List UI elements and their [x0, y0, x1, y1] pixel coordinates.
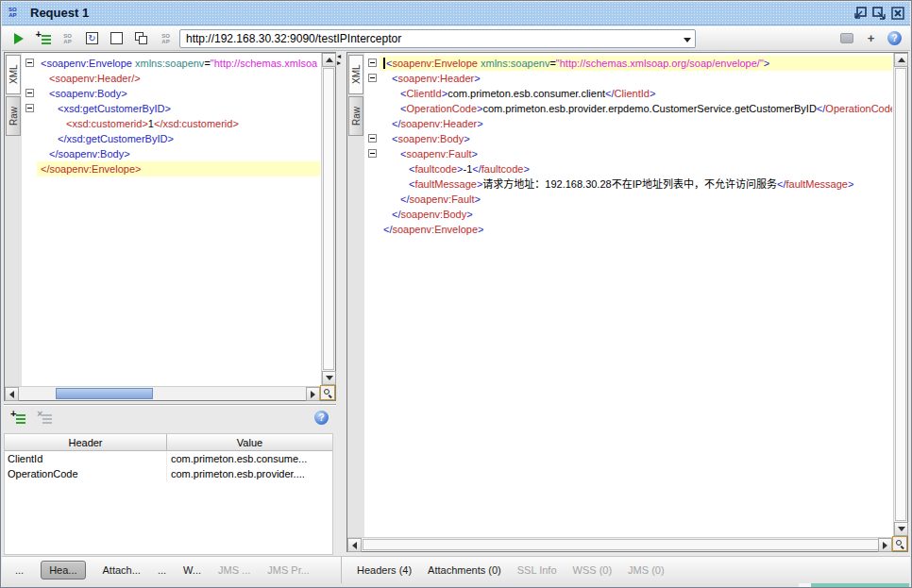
- request-toolbar: + SOAP ↻ SOAP +: [2, 26, 910, 51]
- fold-toggle-icon[interactable]: [25, 104, 34, 112]
- restore-icon[interactable]: [871, 6, 887, 21]
- response-code-area[interactable]: <soapenv:Envelope xmlns:soapenv="http://…: [380, 53, 892, 536]
- close-icon[interactable]: [890, 6, 905, 21]
- xml-line: </soapenv:Body>: [380, 207, 892, 222]
- xml-line: <OperationCode>com.primeton.esb.provider…: [380, 101, 892, 116]
- panel-splitter[interactable]: ◂▸: [336, 52, 346, 552]
- add-icon[interactable]: +: [863, 30, 879, 46]
- soap-action-icon[interactable]: SOAP: [59, 30, 76, 46]
- value-cell[interactable]: com.primeton.esb.provider....: [167, 466, 332, 481]
- endpoint-dropdown-icon[interactable]: [684, 38, 691, 42]
- request-vertical-scrollbar[interactable]: [321, 53, 335, 385]
- xml-line: <ClientId>com.primeton.esb.consumer.clie…: [380, 86, 892, 101]
- xml-line: <soapenv:Body>: [380, 131, 892, 146]
- tab-jmspr: JMS Pr...: [267, 564, 310, 576]
- fold-toggle-icon[interactable]: [368, 149, 377, 158]
- horizontal-scroll-thumb[interactable]: [363, 539, 879, 550]
- remove-header-icon: ×: [37, 412, 52, 425]
- scroll-down-icon[interactable]: [894, 522, 908, 536]
- fold-toggle-icon[interactable]: [368, 59, 377, 67]
- magnifier-icon[interactable]: [892, 536, 907, 551]
- tab-attach[interactable]: Attach...: [103, 564, 141, 576]
- xml-line: </soapenv:Fault>: [380, 192, 892, 207]
- scroll-up-icon[interactable]: [894, 53, 908, 67]
- fold-toggle-icon[interactable]: [25, 89, 34, 97]
- scroll-left-icon[interactable]: [5, 387, 19, 401]
- xml-line: <soapenv:Header>: [380, 71, 892, 86]
- create-empty-icon[interactable]: [109, 30, 125, 46]
- scroll-down-icon[interactable]: [322, 371, 336, 385]
- help-icon[interactable]: [887, 31, 902, 45]
- clone-request-icon[interactable]: [133, 30, 149, 46]
- text-caret: [383, 58, 385, 69]
- scroll-right-icon[interactable]: [878, 538, 892, 552]
- tab-[interactable]: ...: [15, 564, 24, 576]
- xml-line: <faultMessage>请求方地址：192.168.30.28不在IP地址列…: [380, 176, 892, 192]
- tab-sslinfo: SSL Info: [517, 564, 557, 576]
- table-row[interactable]: ClientIdcom.primeton.esb.consume...: [5, 451, 332, 466]
- tab-headers4[interactable]: Headers (4): [357, 564, 412, 576]
- fold-toggle-icon[interactable]: [368, 74, 377, 82]
- title-bar[interactable]: SO AP Request 1: [2, 2, 910, 25]
- tab-w[interactable]: W...: [183, 564, 201, 576]
- bottom-teal-block: [811, 583, 909, 588]
- bottom-tab-bar: ...Hea...Attach......W...JMS ...JMS Pr..…: [2, 556, 910, 583]
- view-tab-raw[interactable]: Raw: [348, 96, 363, 136]
- response-editor-view-tabs: XMLRaw: [347, 53, 364, 551]
- tab-[interactable]: ...: [158, 564, 166, 576]
- response-vertical-scrollbar[interactable]: [893, 53, 907, 536]
- window-controls: [853, 6, 905, 21]
- magnifier-icon[interactable]: [320, 385, 335, 400]
- bottom-divider: [341, 556, 342, 583]
- soap-logo-icon: SO AP: [8, 7, 17, 18]
- xml-line: <soapenv:Envelope xmlns:soapenv="http://…: [380, 56, 892, 71]
- add-header-icon[interactable]: +: [10, 412, 25, 425]
- view-tab-xml[interactable]: XML: [348, 55, 363, 94]
- toolbar-right-icons: +: [838, 30, 902, 46]
- recreate-request-icon[interactable]: ↻: [84, 30, 100, 46]
- submit-request-icon[interactable]: [10, 30, 26, 46]
- window-title: Request 1: [30, 6, 89, 20]
- headers-panel-toolbar: + ×: [4, 408, 336, 431]
- vertical-scroll-thumb[interactable]: [323, 68, 334, 370]
- response-horizontal-scrollbar[interactable]: [347, 537, 892, 551]
- vertical-scroll-thumb[interactable]: [895, 68, 906, 521]
- xml-line: <faultcode>-1</faultcode>: [380, 161, 892, 176]
- splitter-collapse-icons[interactable]: ◂▸: [337, 53, 341, 66]
- view-tab-xml[interactable]: XML: [6, 55, 21, 94]
- scroll-right-icon[interactable]: [306, 387, 320, 401]
- endpoint-combo[interactable]: [179, 29, 696, 48]
- request-window: SO AP Request 1 + SOAP ↻: [0, 0, 912, 588]
- tab-hea[interactable]: Hea...: [41, 561, 85, 580]
- request-editor: XMLRaw <soapenv:Envelope xmlns:soapenv="…: [4, 52, 336, 401]
- response-editor: XMLRaw <soapenv:Envelope xmlns:soapenv="…: [346, 52, 908, 552]
- scroll-left-icon[interactable]: [347, 538, 362, 552]
- bottom-strip-gap: [799, 583, 811, 588]
- response-fold-gutter: [365, 53, 380, 536]
- add-to-testcase-icon[interactable]: +: [35, 30, 51, 46]
- value-cell[interactable]: com.primeton.esb.consume...: [167, 451, 332, 466]
- view-tab-raw[interactable]: Raw: [6, 96, 21, 136]
- request-horizontal-scrollbar[interactable]: [5, 386, 320, 400]
- header-column-title: Header: [5, 434, 167, 450]
- tab-attachments0[interactable]: Attachments (0): [428, 564, 501, 576]
- xml-line: </soapenv:Envelope>: [380, 222, 892, 237]
- tab-jms0: JMS (0): [628, 564, 665, 576]
- request-fold-gutter: [23, 53, 37, 385]
- header-cell[interactable]: ClientId: [5, 451, 167, 466]
- scroll-up-icon[interactable]: [322, 53, 336, 67]
- request-code-area[interactable]: <soapenv:Envelope xmlns:soapenv="http://…: [37, 53, 320, 385]
- table-row[interactable]: OperationCodecom.primeton.esb.provider..…: [5, 466, 332, 481]
- unfloat-icon[interactable]: [853, 6, 868, 21]
- endpoint-url-input[interactable]: [184, 31, 670, 46]
- header-cell[interactable]: OperationCode: [5, 466, 167, 481]
- headers-panel-separator[interactable]: [4, 404, 336, 406]
- table-body: ClientIdcom.primeton.esb.consume...Opera…: [5, 451, 332, 481]
- bottom-strip: [2, 583, 910, 588]
- horizontal-scroll-thumb[interactable]: [56, 388, 153, 399]
- help-icon[interactable]: [314, 411, 329, 425]
- fold-toggle-icon[interactable]: [25, 59, 34, 67]
- request-bottom-tabs: ...Hea...Attach......W...JMS ...JMS Pr..…: [15, 557, 310, 583]
- fold-toggle-icon[interactable]: [368, 134, 377, 143]
- xml-line: <xsd:customerid>1</xsd:customerid>: [37, 116, 320, 131]
